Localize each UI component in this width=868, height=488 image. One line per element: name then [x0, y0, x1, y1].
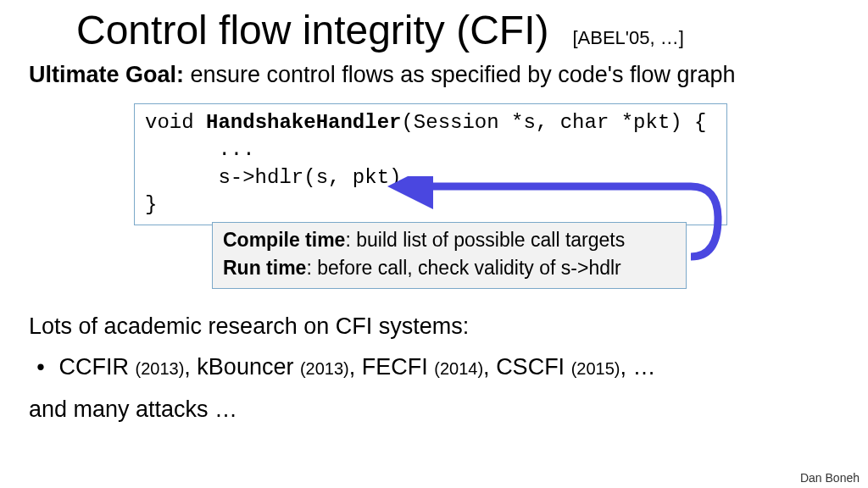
system-a: CCFIR	[59, 354, 136, 380]
goal-text: ensure control flows as specified by cod…	[184, 62, 736, 87]
system-c: FECFI	[362, 354, 435, 380]
code-params: (Session *s, char *pkt) {	[401, 111, 706, 134]
compile-time-text: : build list of possible call targets	[345, 229, 625, 251]
system-b: kBouncer	[197, 354, 300, 380]
research-intro: Lots of academic research on CFI systems…	[29, 313, 469, 340]
run-time-text: : before call, check validity of s->hdlr	[306, 257, 620, 279]
code-block: void HandshakeHandler(Session *s, char *…	[134, 103, 727, 225]
code-keyword: void	[145, 111, 206, 134]
slide-title: Control flow integrity (CFI)	[76, 7, 548, 53]
compile-time-label: Compile time	[223, 229, 345, 251]
note-box: Compile time: build list of possible cal…	[212, 222, 687, 289]
run-time-label: Run time	[223, 257, 306, 279]
goal-label: Ultimate Goal:	[29, 62, 184, 87]
systems-trail: , …	[620, 354, 655, 380]
code-body-1: ...	[145, 138, 255, 161]
author-credit: Dan Boneh	[800, 471, 860, 485]
systems-list: • CCFIR (2013), kBouncer (2013), FECFI (…	[29, 354, 655, 380]
system-b-year: (2013)	[300, 359, 349, 378]
code-body-2: s->hdlr(s, pkt)	[145, 166, 401, 189]
code-close: }	[145, 193, 157, 216]
citation: [ABEL'05, …]	[572, 27, 683, 49]
system-d-year: (2015)	[571, 359, 620, 378]
system-c-year: (2014)	[434, 359, 483, 378]
system-d: CSCFI	[496, 354, 571, 380]
attacks-line: and many attacks …	[29, 396, 237, 423]
goal-line: Ultimate Goal: ensure control flows as s…	[0, 53, 868, 88]
bullet-icon: •	[29, 354, 53, 380]
system-a-year: (2013)	[136, 359, 185, 378]
code-function-name: HandshakeHandler	[206, 111, 401, 134]
